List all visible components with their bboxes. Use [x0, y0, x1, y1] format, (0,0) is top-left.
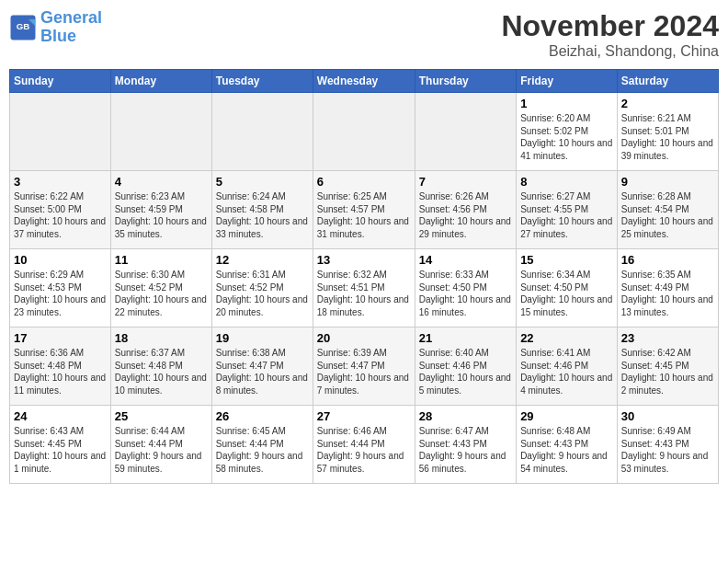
calendar-header: SundayMondayTuesdayWednesdayThursdayFrid…	[10, 70, 719, 93]
weekday-header-friday: Friday	[517, 70, 618, 93]
logo-line2: Blue	[40, 27, 76, 45]
calendar-cell: 23Sunrise: 6:42 AM Sunset: 4:45 PM Dayli…	[617, 327, 718, 406]
day-number: 18	[115, 331, 208, 345]
day-info: Sunrise: 6:25 AM Sunset: 4:57 PM Dayligh…	[317, 190, 411, 240]
day-info: Sunrise: 6:42 AM Sunset: 4:45 PM Dayligh…	[621, 347, 714, 396]
weekday-header-sunday: Sunday	[10, 70, 111, 93]
day-info: Sunrise: 6:40 AM Sunset: 4:46 PM Dayligh…	[419, 347, 512, 396]
day-number: 9	[621, 175, 714, 189]
calendar-week-1: 1Sunrise: 6:20 AM Sunset: 5:02 PM Daylig…	[10, 93, 719, 171]
day-info: Sunrise: 6:26 AM Sunset: 4:56 PM Dayligh…	[419, 190, 512, 240]
calendar-cell: 11Sunrise: 6:30 AM Sunset: 4:52 PM Dayli…	[110, 249, 211, 327]
calendar-cell: 27Sunrise: 6:46 AM Sunset: 4:44 PM Dayli…	[313, 406, 415, 484]
calendar-cell: 17Sunrise: 6:36 AM Sunset: 4:48 PM Dayli…	[10, 327, 111, 406]
weekday-header-tuesday: Tuesday	[211, 70, 313, 93]
day-number: 26	[216, 409, 309, 423]
calendar-week-3: 10Sunrise: 6:29 AM Sunset: 4:53 PM Dayli…	[10, 249, 719, 327]
day-number: 3	[14, 175, 107, 189]
logo-text: General Blue	[40, 9, 102, 46]
calendar-cell: 20Sunrise: 6:39 AM Sunset: 4:47 PM Dayli…	[313, 327, 415, 406]
calendar-cell: 10Sunrise: 6:29 AM Sunset: 4:53 PM Dayli…	[10, 249, 111, 327]
calendar-cell: 1Sunrise: 6:20 AM Sunset: 5:02 PM Daylig…	[517, 93, 618, 171]
calendar-cell: 14Sunrise: 6:33 AM Sunset: 4:50 PM Dayli…	[415, 249, 516, 327]
location-title: Beizhai, Shandong, China	[501, 43, 719, 60]
logo: GB General Blue	[9, 9, 102, 46]
day-info: Sunrise: 6:38 AM Sunset: 4:47 PM Dayligh…	[216, 347, 309, 396]
calendar-cell: 18Sunrise: 6:37 AM Sunset: 4:48 PM Dayli…	[110, 327, 211, 406]
day-number: 5	[216, 175, 309, 189]
calendar-cell: 19Sunrise: 6:38 AM Sunset: 4:47 PM Dayli…	[211, 327, 313, 406]
day-info: Sunrise: 6:21 AM Sunset: 5:01 PM Dayligh…	[621, 112, 714, 162]
day-info: Sunrise: 6:33 AM Sunset: 4:50 PM Dayligh…	[419, 269, 512, 318]
day-info: Sunrise: 6:49 AM Sunset: 4:43 PM Dayligh…	[621, 425, 714, 475]
day-info: Sunrise: 6:20 AM Sunset: 5:02 PM Dayligh…	[520, 112, 613, 162]
calendar-cell: 13Sunrise: 6:32 AM Sunset: 4:51 PM Dayli…	[313, 249, 415, 327]
page-header: GB General Blue November 2024 Beizhai, S…	[9, 9, 719, 60]
weekday-header-row: SundayMondayTuesdayWednesdayThursdayFrid…	[10, 70, 719, 93]
day-number: 7	[419, 175, 512, 189]
calendar-week-4: 17Sunrise: 6:36 AM Sunset: 4:48 PM Dayli…	[10, 327, 719, 406]
day-number: 30	[621, 409, 714, 423]
day-number: 20	[317, 331, 411, 345]
day-number: 10	[14, 253, 107, 267]
day-number: 14	[419, 253, 512, 267]
calendar-cell: 22Sunrise: 6:41 AM Sunset: 4:46 PM Dayli…	[517, 327, 618, 406]
calendar-cell: 24Sunrise: 6:43 AM Sunset: 4:45 PM Dayli…	[10, 406, 111, 484]
day-info: Sunrise: 6:43 AM Sunset: 4:45 PM Dayligh…	[14, 425, 107, 475]
calendar-cell: 30Sunrise: 6:49 AM Sunset: 4:43 PM Dayli…	[617, 406, 718, 484]
day-number: 16	[621, 253, 714, 267]
day-info: Sunrise: 6:27 AM Sunset: 4:55 PM Dayligh…	[520, 190, 613, 240]
calendar-cell	[110, 93, 211, 171]
day-number: 4	[115, 175, 208, 189]
calendar-cell: 16Sunrise: 6:35 AM Sunset: 4:49 PM Dayli…	[617, 249, 718, 327]
day-info: Sunrise: 6:35 AM Sunset: 4:49 PM Dayligh…	[621, 269, 714, 318]
title-area: November 2024 Beizhai, Shandong, China	[501, 9, 719, 60]
day-info: Sunrise: 6:48 AM Sunset: 4:43 PM Dayligh…	[520, 425, 613, 475]
day-info: Sunrise: 6:28 AM Sunset: 4:54 PM Dayligh…	[621, 190, 714, 240]
calendar-cell: 7Sunrise: 6:26 AM Sunset: 4:56 PM Daylig…	[415, 171, 516, 249]
day-number: 6	[317, 175, 411, 189]
day-number: 24	[14, 409, 107, 423]
calendar-week-5: 24Sunrise: 6:43 AM Sunset: 4:45 PM Dayli…	[10, 406, 719, 484]
calendar-table: SundayMondayTuesdayWednesdayThursdayFrid…	[9, 69, 719, 484]
day-info: Sunrise: 6:29 AM Sunset: 4:53 PM Dayligh…	[14, 269, 107, 318]
calendar-cell: 15Sunrise: 6:34 AM Sunset: 4:50 PM Dayli…	[517, 249, 618, 327]
calendar-cell	[211, 93, 313, 171]
day-info: Sunrise: 6:36 AM Sunset: 4:48 PM Dayligh…	[14, 347, 107, 396]
day-number: 17	[14, 331, 107, 345]
calendar-cell	[10, 93, 111, 171]
day-info: Sunrise: 6:39 AM Sunset: 4:47 PM Dayligh…	[317, 347, 411, 396]
day-number: 28	[419, 409, 512, 423]
calendar-cell: 28Sunrise: 6:47 AM Sunset: 4:43 PM Dayli…	[415, 406, 516, 484]
day-number: 22	[520, 331, 613, 345]
calendar-cell: 6Sunrise: 6:25 AM Sunset: 4:57 PM Daylig…	[313, 171, 415, 249]
calendar-cell: 25Sunrise: 6:44 AM Sunset: 4:44 PM Dayli…	[110, 406, 211, 484]
calendar-cell: 29Sunrise: 6:48 AM Sunset: 4:43 PM Dayli…	[517, 406, 618, 484]
calendar-cell: 26Sunrise: 6:45 AM Sunset: 4:44 PM Dayli…	[211, 406, 313, 484]
day-info: Sunrise: 6:24 AM Sunset: 4:58 PM Dayligh…	[216, 190, 309, 240]
day-number: 15	[520, 253, 613, 267]
day-info: Sunrise: 6:30 AM Sunset: 4:52 PM Dayligh…	[115, 269, 208, 318]
day-info: Sunrise: 6:47 AM Sunset: 4:43 PM Dayligh…	[419, 425, 512, 475]
day-number: 2	[621, 97, 714, 110]
day-number: 13	[317, 253, 411, 267]
calendar-cell: 12Sunrise: 6:31 AM Sunset: 4:52 PM Dayli…	[211, 249, 313, 327]
day-info: Sunrise: 6:37 AM Sunset: 4:48 PM Dayligh…	[115, 347, 208, 396]
day-number: 19	[216, 331, 309, 345]
weekday-header-wednesday: Wednesday	[313, 70, 415, 93]
weekday-header-monday: Monday	[110, 70, 211, 93]
logo-icon: GB	[9, 14, 37, 41]
weekday-header-thursday: Thursday	[415, 70, 516, 93]
calendar-body: 1Sunrise: 6:20 AM Sunset: 5:02 PM Daylig…	[10, 93, 719, 484]
calendar-cell: 4Sunrise: 6:23 AM Sunset: 4:59 PM Daylig…	[110, 171, 211, 249]
calendar-cell: 9Sunrise: 6:28 AM Sunset: 4:54 PM Daylig…	[617, 171, 718, 249]
day-number: 23	[621, 331, 714, 345]
day-number: 8	[520, 175, 613, 189]
calendar-cell	[313, 93, 415, 171]
calendar-cell	[415, 93, 516, 171]
calendar-week-2: 3Sunrise: 6:22 AM Sunset: 5:00 PM Daylig…	[10, 171, 719, 249]
day-number: 29	[520, 409, 613, 423]
calendar-cell: 3Sunrise: 6:22 AM Sunset: 5:00 PM Daylig…	[10, 171, 111, 249]
calendar-cell: 2Sunrise: 6:21 AM Sunset: 5:01 PM Daylig…	[617, 93, 718, 171]
day-number: 25	[115, 409, 208, 423]
